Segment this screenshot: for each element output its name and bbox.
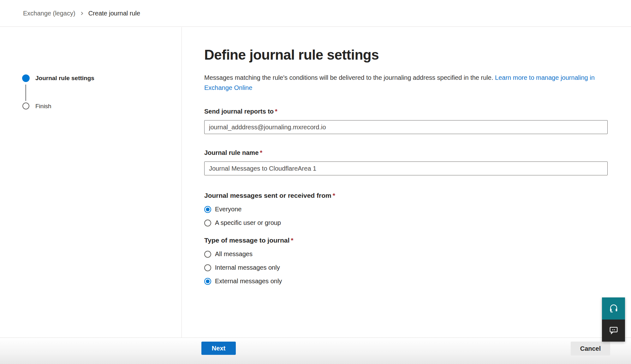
- step-current-indicator: [22, 74, 30, 82]
- radio-external-messages-only-label: External messages only: [215, 278, 282, 285]
- radio-everyone-label: Everyone: [215, 206, 242, 213]
- send-journal-reports-input[interactable]: [204, 120, 608, 134]
- message-type-group-label-text: Type of message to journal: [204, 237, 289, 244]
- radio-button-icon[interactable]: [204, 251, 211, 258]
- message-type-group-label: Type of message to journal*: [204, 237, 608, 244]
- required-asterisk: *: [291, 237, 293, 244]
- wizard-step-journal-rule-settings: Journal rule settings: [35, 75, 94, 82]
- radio-button-icon[interactable]: [204, 264, 211, 271]
- radio-button-icon[interactable]: [204, 206, 211, 213]
- feedback-icon: [609, 325, 619, 336]
- radio-all-messages-label: All messages: [215, 250, 253, 258]
- breadcrumb-exchange-legacy[interactable]: Exchange (legacy): [23, 10, 75, 17]
- required-asterisk: *: [260, 149, 262, 156]
- radio-specific-user-or-group[interactable]: A specific user or group: [204, 219, 608, 226]
- wizard-step-finish: Finish: [35, 103, 51, 110]
- page-title: Define journal rule settings: [204, 47, 608, 63]
- radio-internal-messages-only[interactable]: Internal messages only: [204, 264, 608, 271]
- required-asterisk: *: [333, 192, 335, 199]
- journal-rule-name-label-text: Journal rule name: [204, 149, 259, 156]
- step-upcoming-indicator: [22, 103, 29, 109]
- send-journal-reports-label: Send journal reports to*: [204, 108, 608, 115]
- radio-specific-user-or-group-label: A specific user or group: [215, 219, 281, 226]
- journal-rule-name-label: Journal rule name*: [204, 149, 608, 156]
- journal-scope-group-label: Journal messages sent or received from*: [204, 192, 608, 199]
- breadcrumb-create-journal-rule: Create journal rule: [88, 10, 140, 17]
- footer-action-bar: Next Cancel: [0, 338, 631, 364]
- main-content: Define journal rule settings Messages ma…: [182, 27, 631, 338]
- radio-button-icon[interactable]: [204, 278, 211, 285]
- required-asterisk: *: [275, 108, 277, 115]
- cancel-button[interactable]: Cancel: [571, 342, 610, 355]
- feedback-button[interactable]: [602, 320, 625, 342]
- chevron-right-icon: [80, 11, 84, 15]
- description-text: Messages matching the rule's conditions …: [204, 74, 493, 81]
- radio-external-messages-only[interactable]: External messages only: [204, 278, 608, 285]
- top-bar: Exchange (legacy) Create journal rule: [0, 0, 631, 27]
- next-button[interactable]: Next: [201, 342, 236, 355]
- radio-button-icon[interactable]: [204, 220, 211, 226]
- floating-action-stack: [602, 297, 625, 342]
- journal-scope-group-label-text: Journal messages sent or received from: [204, 192, 331, 199]
- radio-internal-messages-only-label: Internal messages only: [215, 264, 280, 271]
- wizard-steps-panel: Journal rule settings Finish: [0, 27, 182, 338]
- breadcrumb: Exchange (legacy) Create journal rule: [23, 10, 140, 17]
- page-description: Messages matching the rule's conditions …: [204, 73, 596, 93]
- help-button[interactable]: [602, 297, 625, 320]
- radio-all-messages[interactable]: All messages: [204, 250, 608, 258]
- journal-rule-name-input[interactable]: [204, 161, 608, 175]
- radio-everyone[interactable]: Everyone: [204, 206, 608, 213]
- send-journal-reports-label-text: Send journal reports to: [204, 108, 274, 115]
- headset-icon: [608, 303, 619, 314]
- step-connector-line: [25, 85, 26, 101]
